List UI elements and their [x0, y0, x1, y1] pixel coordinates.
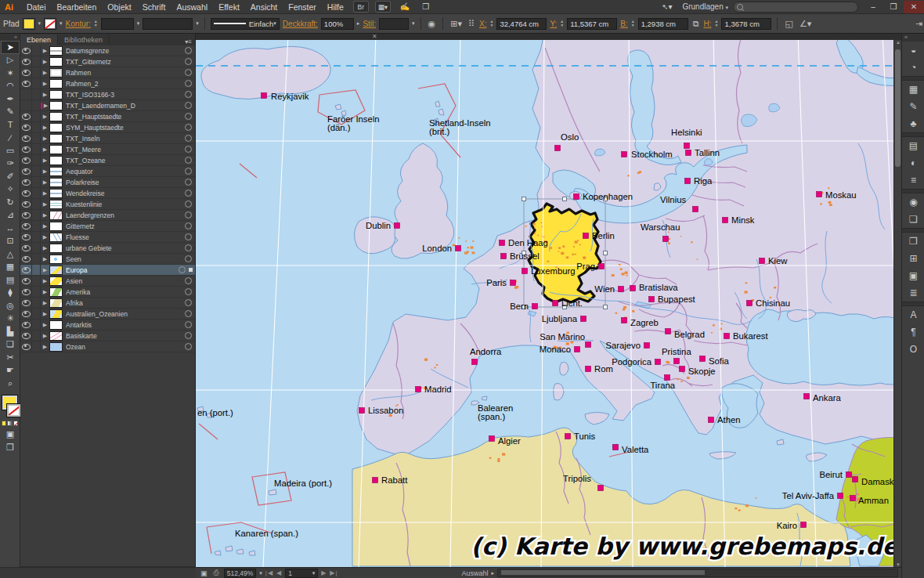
lock-cell[interactable] — [32, 320, 41, 330]
layer-row[interactable]: ▶Australien_Ozeanien — [20, 309, 195, 320]
expand-triangle-icon[interactable]: ▶ — [41, 256, 49, 262]
perspective-grid-tool[interactable]: △ — [1, 247, 20, 261]
none-button[interactable] — [13, 421, 18, 426]
city-marker[interactable] — [630, 286, 636, 291]
target-circle-icon[interactable] — [185, 190, 192, 197]
fill-color-swatch[interactable] — [23, 18, 35, 30]
visibility-toggle[interactable] — [20, 56, 32, 67]
free-transform-tool[interactable]: ⊡ — [1, 235, 20, 248]
document-canvas[interactable]: ReykjavikFaröer Inseln(dän.)Shetland-Ins… — [196, 34, 901, 567]
expand-triangle-icon[interactable]: ▶ — [41, 157, 49, 164]
city-marker[interactable] — [817, 192, 822, 197]
layer-row[interactable]: ▶TXT_Laendernamen_D — [20, 100, 195, 111]
lock-cell[interactable] — [32, 309, 41, 319]
europe-map[interactable]: ReykjavikFaröer Inseln(dän.)Shetland-Ins… — [196, 34, 901, 567]
lock-cell[interactable] — [32, 243, 41, 253]
tab-ebenen[interactable]: Ebenen — [20, 34, 58, 45]
lock-cell[interactable] — [32, 331, 41, 341]
target-circle-icon[interactable] — [185, 321, 192, 328]
rectangle-tool[interactable]: ▭ — [1, 144, 20, 157]
visibility-toggle[interactable] — [20, 67, 32, 78]
visibility-toggle[interactable] — [20, 298, 32, 308]
scroll-up-icon[interactable]: ▲ — [894, 40, 901, 45]
city-marker[interactable] — [709, 417, 714, 423]
swatches-icon[interactable]: ▦ — [902, 81, 924, 98]
x-field[interactable]: 32,4764 cm — [496, 18, 547, 30]
layer-row[interactable]: ▶Wendekreise — [20, 188, 195, 199]
gpu-preview-icon[interactable]: ▣ — [199, 569, 209, 577]
city-marker[interactable] — [373, 478, 378, 483]
layer-row[interactable]: ▶TXT_Meere — [20, 144, 195, 155]
height-field[interactable]: 1,3678 cm — [721, 18, 771, 30]
visibility-toggle[interactable] — [20, 177, 32, 187]
layer-row[interactable]: ▶Kuestenlinie — [20, 199, 195, 210]
city-marker[interactable] — [685, 179, 691, 184]
expand-triangle-icon[interactable]: ▶ — [41, 179, 49, 186]
touch-workspace-icon[interactable]: ✍ — [397, 2, 413, 12]
layer-row[interactable]: ▶Fluesse — [20, 232, 195, 243]
tools-collapse-icon[interactable]: » — [0, 34, 20, 41]
expand-triangle-icon[interactable]: ▶ — [41, 125, 49, 131]
visibility-toggle[interactable] — [20, 243, 32, 253]
city-marker[interactable] — [649, 297, 655, 302]
fill-stroke-indicator[interactable] — [1, 395, 20, 418]
style-dropdown[interactable] — [379, 18, 409, 30]
vertical-scroll-thumb[interactable] — [895, 49, 901, 167]
layer-row[interactable]: ▶Basiskarte — [20, 331, 195, 341]
paintbrush-tool[interactable]: ✑ — [1, 157, 20, 171]
city-marker[interactable] — [760, 258, 765, 264]
target-circle-icon[interactable] — [185, 179, 192, 186]
expand-triangle-icon[interactable]: ▶ — [41, 245, 49, 251]
visibility-toggle[interactable] — [20, 45, 32, 56]
selection-tool[interactable]: ➤ — [1, 41, 20, 54]
pin-icon[interactable]: ➴▾ — [659, 2, 675, 12]
rotate-tool[interactable]: ↻ — [1, 196, 20, 209]
next-artboard-icon[interactable]: ▶ — [321, 569, 327, 576]
visibility-toggle[interactable] — [20, 341, 32, 352]
first-artboard-icon[interactable]: |◀ — [265, 569, 273, 576]
target-circle-icon[interactable] — [185, 168, 192, 175]
constrain-proportions-icon[interactable]: ⧉ — [691, 19, 701, 29]
target-circle-icon[interactable] — [185, 135, 192, 142]
scroll-down-icon[interactable]: ▼ — [894, 562, 901, 567]
visibility-toggle[interactable] — [20, 221, 32, 231]
layer-row[interactable]: ▶TXT_Inseln — [20, 133, 195, 144]
zoom-level-field[interactable]: 512,49% — [224, 569, 257, 578]
visibility-toggle[interactable] — [20, 89, 32, 99]
reference-point-icon[interactable]: ⠿ — [467, 19, 476, 29]
city-marker[interactable] — [804, 394, 810, 399]
lock-cell[interactable] — [32, 56, 41, 67]
lock-cell[interactable] — [32, 265, 41, 275]
visibility-toggle[interactable] — [20, 166, 32, 176]
visibility-toggle[interactable] — [20, 78, 32, 89]
opacity-label[interactable]: Deckkraft: — [283, 20, 318, 28]
mesh-tool[interactable]: ▦ — [1, 261, 20, 274]
opentype-icon[interactable]: O — [902, 341, 924, 358]
lock-cell[interactable] — [32, 210, 41, 220]
color-guide-icon[interactable]: ◔ — [902, 59, 924, 76]
lock-cell[interactable] — [32, 221, 41, 231]
city-marker[interactable] — [586, 342, 591, 348]
y-field[interactable]: 11,5367 cm — [567, 18, 617, 30]
minimize-button[interactable]: – — [863, 1, 883, 13]
style-label[interactable]: Stil: — [363, 20, 376, 28]
expand-triangle-icon[interactable]: ▶ — [41, 135, 49, 142]
expand-triangle-icon[interactable]: ▶ — [41, 212, 49, 219]
visibility-toggle[interactable] — [20, 232, 32, 242]
screen-mode-icon[interactable]: ❒ — [1, 441, 20, 454]
visibility-toggle[interactable] — [20, 199, 32, 209]
target-circle-icon[interactable] — [185, 80, 192, 87]
align-icon[interactable]: ⊞▾ — [449, 19, 464, 29]
menu-effekt[interactable]: Effekt — [213, 2, 245, 12]
pencil-tool[interactable]: ✐ — [1, 170, 20, 183]
city-marker[interactable] — [850, 496, 856, 501]
city-marker[interactable] — [359, 408, 365, 414]
city-marker[interactable] — [700, 356, 706, 362]
menu-fenster[interactable]: Fenster — [283, 2, 322, 12]
city-marker[interactable] — [655, 359, 661, 365]
expand-triangle-icon[interactable]: ▶ — [41, 114, 49, 120]
last-artboard-icon[interactable]: ▶| — [330, 569, 337, 576]
layer-row[interactable]: ▶TXT_Gitternetz — [20, 56, 195, 67]
target-circle-icon[interactable] — [185, 58, 192, 65]
layer-row[interactable]: ▶Antarktis — [20, 320, 195, 331]
